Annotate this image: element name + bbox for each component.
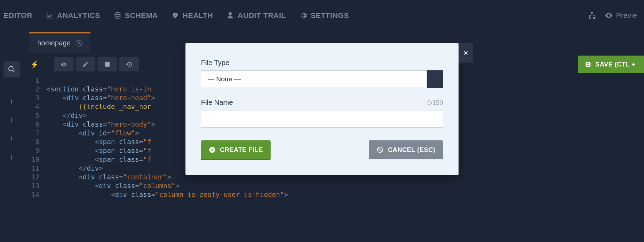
nav-label: SETTINGS — [311, 11, 349, 20]
line-number: 10 — [23, 155, 39, 164]
nav-item-analytics[interactable]: ANALYTICS — [46, 11, 100, 20]
line-number: 5 — [23, 111, 39, 120]
nav-right: Previe — [588, 11, 637, 20]
left-gutter: ↑ ↑ ↑ ↑ — [0, 31, 23, 242]
file-type-select[interactable]: — None — — [201, 70, 443, 88]
line-number: 14 — [23, 190, 39, 199]
user-icon — [226, 12, 234, 19]
nav-item-schema[interactable]: SCHEMA — [114, 11, 158, 20]
cancel-icon — [377, 146, 384, 153]
file-name-input[interactable] — [201, 110, 443, 128]
history-icon — [126, 61, 132, 68]
tab-close-icon[interactable]: ✕ — [76, 40, 82, 46]
file-name-header: File Name 0/150 — [201, 98, 443, 107]
nav-item-health[interactable]: HEALTH — [171, 11, 213, 20]
eye-icon — [61, 61, 67, 68]
nav-label: HEALTH — [183, 11, 213, 20]
save-icon — [585, 61, 591, 68]
line-number: 4 — [23, 102, 39, 111]
nav-label: EDITOR — [4, 11, 32, 20]
chart-icon — [46, 12, 53, 19]
database-icon — [114, 12, 121, 19]
file-type-value: — None — — [201, 70, 427, 88]
history-tool[interactable] — [119, 57, 139, 71]
search-icon — [8, 65, 15, 73]
create-label: CREATE FILE — [220, 146, 263, 154]
line-number: 12 — [23, 173, 39, 182]
char-counter: 0/150 — [427, 99, 443, 107]
line-number: 11 — [23, 164, 39, 173]
nav-label: SCHEMA — [125, 11, 158, 20]
nav-label: ANALYTICS — [57, 11, 100, 20]
nav-left: EDITOR ANALYTICS SCHEMA HEALTH AUDIT TRA… — [4, 11, 349, 20]
line-number: 7 — [23, 129, 39, 138]
line-number: 13 — [23, 182, 39, 190]
preview-link[interactable]: Previe — [605, 11, 637, 20]
eye-icon — [605, 11, 613, 20]
nav-item-editor[interactable]: EDITOR — [4, 11, 32, 20]
line-number: 6 — [23, 120, 39, 129]
arrow-up-icon[interactable]: ↑ — [10, 153, 13, 161]
bolt-icon[interactable]: ⚡ — [30, 60, 39, 69]
nav-item-audit[interactable]: AUDIT TRAIL — [226, 11, 286, 20]
pencil-icon — [82, 61, 89, 68]
nav-item-settings[interactable]: SETTINGS — [299, 11, 349, 20]
tool-group — [54, 57, 139, 71]
data-tool[interactable] — [97, 57, 117, 71]
arrow-up-icon[interactable]: ↑ — [10, 97, 13, 105]
save-label: SAVE (CTL + — [595, 61, 636, 68]
tab-homepage[interactable]: homepage ✕ — [29, 32, 90, 53]
preview-tool[interactable] — [54, 57, 74, 71]
search-button[interactable] — [4, 61, 20, 77]
line-number: 9 — [23, 146, 39, 155]
sitemap-icon[interactable] — [588, 11, 596, 20]
file-name-label: File Name — [201, 98, 233, 107]
check-circle-icon — [209, 146, 216, 153]
line-number: 8 — [23, 138, 39, 146]
create-file-button[interactable]: CREATE FILE — [201, 140, 271, 159]
modal-actions: CREATE FILE CANCEL (ESC) — [201, 140, 443, 159]
cancel-label: CANCEL (ESC) — [388, 146, 435, 154]
nav-label: AUDIT TRAIL — [238, 11, 286, 20]
arrow-up-icon[interactable]: ↑ — [10, 134, 13, 142]
heartbeat-icon — [171, 12, 179, 19]
cancel-button[interactable]: CANCEL (ESC) — [369, 140, 443, 159]
arrow-up-icon[interactable]: ↑ — [10, 116, 13, 124]
modal-close-button[interactable]: ✕ — [459, 43, 473, 63]
database-icon — [104, 61, 111, 68]
caret-down-icon — [433, 77, 437, 81]
edit-tool[interactable] — [76, 57, 95, 71]
line-number: 2 — [23, 85, 39, 94]
top-nav: EDITOR ANALYTICS SCHEMA HEALTH AUDIT TRA… — [0, 0, 644, 31]
code-line: <div class="columns"> — [46, 182, 644, 190]
preview-label: Previe — [616, 11, 637, 20]
file-type-label: File Type — [201, 59, 443, 67]
line-number: 3 — [23, 94, 39, 102]
line-number: 1 — [23, 76, 39, 85]
select-caret-button[interactable] — [427, 70, 443, 88]
save-button[interactable]: SAVE (CTL + — [578, 56, 644, 73]
gear-icon — [299, 12, 307, 19]
line-number-gutter: 1234567891011121314 — [23, 76, 46, 199]
create-file-modal: ✕ File Type — None — File Name 0/150 CRE… — [185, 43, 459, 175]
code-line: <div class="column is-zesty-user is-hidd… — [46, 190, 644, 199]
tab-label: homepage — [37, 39, 71, 47]
